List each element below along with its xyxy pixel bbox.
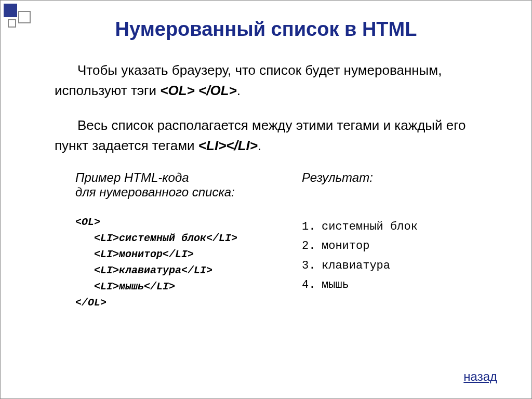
list-number: 1.: [302, 217, 315, 236]
example-code-column: Пример HTML-кода для нумерованного списк…: [75, 170, 265, 311]
paragraph-1: Чтобы указать браузеру, что список будет…: [55, 60, 492, 101]
square-icon: [4, 4, 17, 17]
result-list: 1. системный блок 2. монитор 3. клавиату…: [302, 217, 492, 295]
paragraph-1-tags: <OL> </OL>: [160, 83, 236, 98]
list-item: 2. монитор: [302, 236, 492, 256]
paragraph-1-text-c: .: [237, 83, 241, 98]
square-outline-icon: [18, 11, 31, 23]
example-row: Пример HTML-кода для нумерованного списк…: [75, 170, 492, 311]
slide-container: Нумерованный список в HTML Чтобы указать…: [0, 0, 532, 399]
page-title: Нумерованный список в HTML: [19, 18, 513, 41]
code-line: <OL>: [75, 214, 265, 230]
example-result-label: Результат:: [302, 170, 492, 185]
code-line: <LI>системный блок</LI>: [75, 230, 265, 246]
list-item: 3. клавиатура: [302, 256, 492, 275]
code-line: <LI>мышь</LI>: [75, 278, 265, 295]
code-line: </OL>: [75, 295, 265, 311]
list-number: 2.: [302, 236, 315, 256]
list-text: системный блок: [322, 217, 418, 236]
square-small-icon: [8, 19, 16, 28]
back-link[interactable]: назад: [463, 369, 497, 384]
paragraph-2-tags: <LI></LI>: [198, 138, 258, 153]
paragraph-2: Весь список располагается между этими те…: [55, 115, 492, 156]
list-text: монитор: [322, 236, 369, 256]
list-text: клавиатура: [322, 256, 390, 275]
paragraph-1-text-a: Чтобы указать браузеру, что список будет…: [55, 62, 442, 98]
example-result-column: Результат: 1. системный блок 2. монитор …: [286, 170, 492, 311]
list-number: 3.: [302, 256, 315, 275]
code-block: <OL> <LI>системный блок</LI> <LI>монитор…: [75, 214, 265, 311]
list-item: 1. системный блок: [302, 217, 492, 236]
corner-decoration: [4, 4, 35, 35]
list-number: 4.: [302, 275, 315, 295]
code-line: <LI>клавиатура</LI>: [75, 262, 265, 278]
list-text: мышь: [322, 275, 349, 295]
example-code-label-2: для нумерованного списка:: [75, 185, 265, 200]
list-item: 4. мышь: [302, 275, 492, 295]
code-line: <LI>монитор</LI>: [75, 246, 265, 262]
paragraph-2-text-c: .: [258, 138, 261, 153]
example-code-label-1: Пример HTML-кода: [75, 170, 265, 185]
